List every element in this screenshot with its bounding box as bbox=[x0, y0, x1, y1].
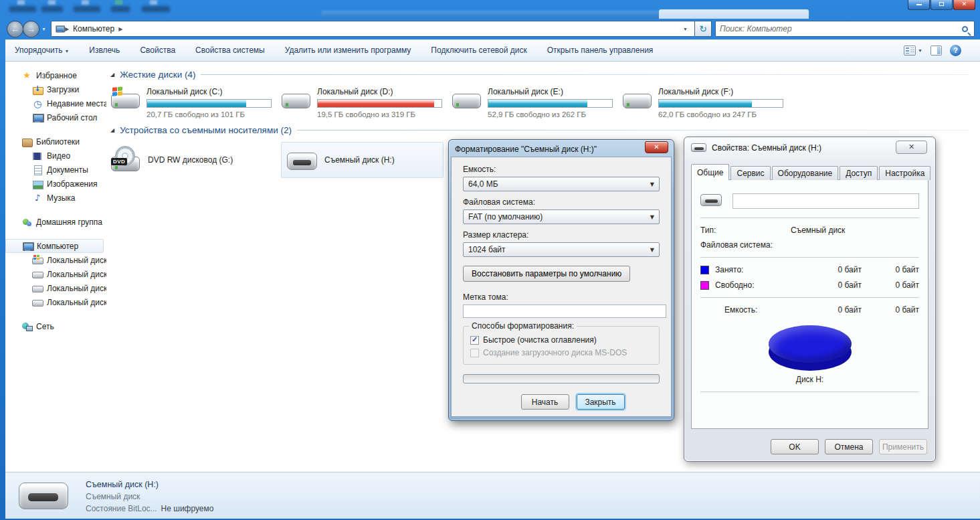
cluster-size-combobox[interactable]: 1024 байт▼ bbox=[463, 242, 660, 257]
collapse-triangle-icon[interactable]: ◢ bbox=[110, 127, 114, 133]
recent-pages-dropdown[interactable]: ▼ bbox=[41, 27, 46, 31]
properties-dialog-titlebar[interactable]: Свойства: Съемный диск (H:) bbox=[690, 140, 930, 156]
desktop-icon-blur bbox=[48, 0, 56, 5]
desktop-icon-blur bbox=[115, 0, 122, 5]
tab-hardware[interactable]: Оборудование bbox=[772, 166, 839, 180]
tab-page-general: Тип:Съемный диск Файловая система: Занят… bbox=[691, 179, 928, 429]
tab-customize[interactable]: Настройка bbox=[879, 166, 930, 180]
music-icon bbox=[32, 193, 43, 203]
cancel-button[interactable]: Отмена bbox=[825, 439, 873, 454]
toolbar-uninstall-button[interactable]: Удалить или изменить программу bbox=[285, 46, 411, 55]
videos-icon bbox=[32, 151, 43, 161]
start-button[interactable]: Начать bbox=[521, 394, 569, 410]
desktop-icon-blur bbox=[150, 0, 157, 5]
change-view-button[interactable]: ▼ bbox=[904, 46, 922, 56]
sidebar-item-pictures[interactable]: Изображения bbox=[5, 177, 106, 191]
chevron-down-icon: ▼ bbox=[918, 48, 922, 53]
removable-disk-tile[interactable]: Съемный диск (H:) bbox=[281, 142, 444, 178]
free-space-caption: 20,7 ГБ свободно из 101 ГБ bbox=[146, 110, 281, 118]
toolbar-system-properties-button[interactable]: Свойства системы bbox=[195, 46, 265, 55]
maximize-button[interactable] bbox=[930, 0, 953, 10]
hard-drive-icon bbox=[622, 86, 653, 116]
format-dialog-titlebar[interactable]: Форматирование "Съемный диск (H:)" bbox=[451, 142, 672, 157]
toolbar-properties-button[interactable]: Свойства bbox=[140, 46, 175, 55]
documents-icon bbox=[32, 165, 43, 175]
collapse-triangle-icon[interactable]: ◢ bbox=[110, 72, 114, 78]
preview-pane-button[interactable] bbox=[930, 46, 942, 56]
chevron-down-icon: ▼ bbox=[647, 247, 658, 253]
address-dropdown-icon[interactable]: ▼ bbox=[679, 21, 692, 36]
search-icon[interactable] bbox=[962, 26, 968, 32]
sidebar-item-computer[interactable]: Компьютер bbox=[5, 239, 104, 253]
drive-tile-e[interactable]: Локальный диск (E:) 52,9 ГБ свободно из … bbox=[452, 86, 622, 118]
toolbar-control-panel-button[interactable]: Открыть панель управления bbox=[547, 46, 654, 55]
chevron-down-icon: ▼ bbox=[64, 49, 69, 54]
drive-tile-f[interactable]: Локальный диск (F:) 62,0 ГБ свободно из … bbox=[622, 86, 793, 118]
sidebar-item-local-disk-f[interactable]: Локальный диск bbox=[5, 295, 106, 309]
sidebar-item-homegroup[interactable]: Домашняя группа bbox=[5, 215, 106, 229]
volume-name-input[interactable] bbox=[732, 193, 919, 209]
toolbar-organize-button[interactable]: Упорядочить▼ bbox=[15, 46, 69, 55]
dvd-drive-tile[interactable]: DVD DVD RW дисковод (G:) bbox=[110, 142, 281, 178]
free-space-caption: 62,0 ГБ свободно из 247 ГБ bbox=[658, 110, 793, 118]
drive-icon bbox=[32, 297, 43, 308]
ok-button[interactable]: OK bbox=[771, 439, 819, 454]
libraries-icon bbox=[21, 137, 32, 147]
filesystem-label: Файловая система: bbox=[463, 197, 660, 207]
sidebar-item-local-disk-d[interactable]: Локальный диск bbox=[5, 267, 106, 281]
capacity-combobox[interactable]: 64,0 МБ▼ bbox=[463, 177, 660, 191]
group-title[interactable]: Устройства со съемными носителями (2) bbox=[120, 125, 292, 135]
drive-icon bbox=[32, 269, 43, 280]
hard-disks-row: Локальный диск (C:) 20,7 ГБ свободно из … bbox=[110, 86, 980, 118]
sidebar-item-favorites[interactable]: Избранное bbox=[5, 68, 106, 82]
breadcrumb-item-computer[interactable]: Компьютер bbox=[73, 24, 114, 33]
hard-drive-icon bbox=[452, 86, 482, 116]
sidebar-item-videos[interactable]: Видео bbox=[5, 149, 106, 163]
tab-tools[interactable]: Сервис bbox=[730, 166, 770, 180]
quick-format-checkbox-row[interactable]: Быстрое (очистка оглавления) bbox=[470, 335, 652, 345]
window-caption-buttons: ✕ bbox=[907, 0, 975, 10]
free-space-caption: 19,5 ГБ свободно из 319 ГБ bbox=[317, 110, 452, 118]
filesystem-combobox[interactable]: FAT (по умолчанию)▼ bbox=[463, 209, 660, 224]
sidebar-item-libraries[interactable]: Библиотеки bbox=[5, 135, 106, 149]
forward-button[interactable]: → bbox=[23, 21, 39, 37]
minimize-button[interactable] bbox=[908, 0, 930, 10]
refresh-button[interactable]: ↻ bbox=[695, 21, 712, 37]
separator bbox=[700, 218, 919, 218]
capacity-bar bbox=[658, 99, 783, 108]
back-button[interactable]: ← bbox=[7, 21, 23, 37]
sidebar-item-local-disk-c[interactable]: Локальный диск bbox=[5, 253, 106, 267]
close-button[interactable]: ✕ bbox=[953, 0, 975, 10]
drive-tile-d[interactable]: Локальный диск (D:) 19,5 ГБ свободно из … bbox=[281, 86, 452, 118]
breadcrumb-arrow-icon[interactable]: ▶ bbox=[118, 26, 122, 32]
toolbar-eject-button[interactable]: Извлечь bbox=[89, 46, 120, 55]
close-icon: ✕ bbox=[654, 143, 659, 151]
help-button[interactable]: ? bbox=[950, 45, 961, 56]
sidebar-item-documents[interactable]: Документы bbox=[5, 163, 106, 177]
tab-sharing[interactable]: Доступ bbox=[840, 166, 878, 180]
format-dialog-close-button[interactable]: ✕ bbox=[645, 141, 668, 153]
group-title[interactable]: Жесткие диски (4) bbox=[120, 70, 195, 80]
sidebar-item-downloads[interactable]: Загрузки bbox=[5, 82, 106, 96]
sidebar-item-desktop[interactable]: Рабочий стол bbox=[5, 110, 106, 124]
address-bar[interactable]: ▶ Компьютер ▶ ▼ bbox=[51, 21, 695, 37]
drive-tile-c[interactable]: Локальный диск (C:) 20,7 ГБ свободно из … bbox=[110, 86, 281, 118]
tab-general[interactable]: Общие bbox=[691, 164, 729, 180]
sidebar-item-music[interactable]: Музыка bbox=[5, 191, 106, 205]
drive-name: Локальный диск (C:) bbox=[146, 87, 281, 96]
sidebar-item-recent-places[interactable]: Недавние места bbox=[5, 96, 106, 110]
sidebar-item-local-disk-e[interactable]: Локальный диск bbox=[5, 281, 106, 295]
homegroup-icon bbox=[21, 217, 32, 228]
search-input[interactable] bbox=[720, 24, 962, 33]
desktop-icon bbox=[32, 112, 43, 123]
sidebar-item-network[interactable]: Сеть bbox=[5, 319, 106, 333]
properties-close-button[interactable]: ✕ bbox=[896, 141, 927, 154]
recent-places-icon bbox=[32, 98, 43, 109]
close-format-button[interactable]: Закрыть bbox=[577, 394, 625, 410]
toolbar-map-drive-button[interactable]: Подключить сетевой диск bbox=[431, 46, 526, 55]
filesystem-label: Файловая система: bbox=[700, 240, 791, 250]
properties-tabs: Общие Сервис Оборудование Доступ Настрой… bbox=[691, 164, 928, 180]
volume-label-input[interactable] bbox=[463, 305, 666, 318]
checkbox-icon[interactable] bbox=[470, 336, 479, 345]
restore-defaults-button[interactable]: Восстановить параметры по умолчанию bbox=[463, 266, 630, 282]
